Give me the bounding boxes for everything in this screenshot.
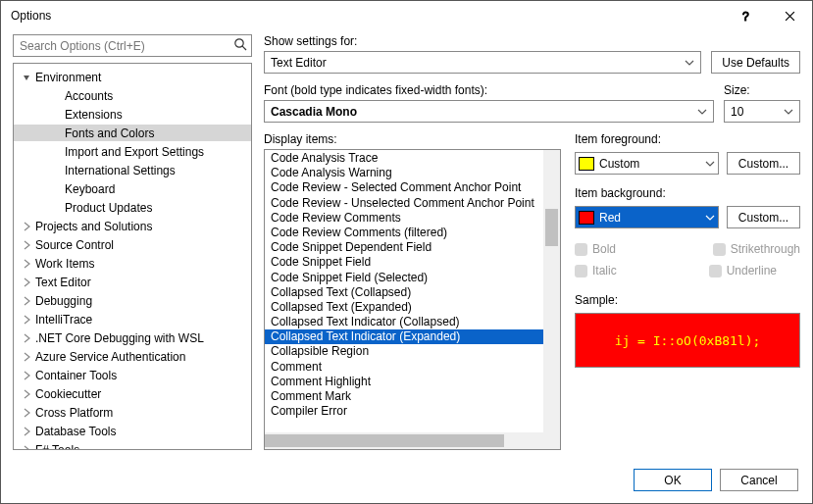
display-item[interactable]: Compiler Error bbox=[265, 404, 560, 419]
expand-closed-icon[interactable] bbox=[20, 333, 33, 343]
item-bg-value: Red bbox=[599, 211, 700, 225]
expand-open-icon[interactable] bbox=[20, 73, 33, 82]
titlebar: Options ? bbox=[1, 1, 812, 30]
show-settings-combo[interactable]: Text Editor bbox=[264, 51, 701, 74]
display-item[interactable]: Collapsible Region bbox=[265, 344, 560, 359]
expand-closed-icon[interactable] bbox=[20, 445, 33, 451]
tree-item[interactable]: Accounts bbox=[14, 87, 251, 104]
expand-closed-icon[interactable] bbox=[20, 371, 33, 380]
display-item[interactable]: Collapsed Text (Expanded) bbox=[265, 300, 560, 315]
chevron-down-icon bbox=[705, 215, 715, 221]
display-item[interactable]: Collapsed Text Indicator (Collapsed) bbox=[265, 315, 560, 329]
expand-closed-icon[interactable] bbox=[20, 427, 33, 436]
tree-item-label: Keyboard bbox=[63, 182, 115, 196]
tree-item-label: Text Editor bbox=[33, 276, 91, 289]
expand-closed-icon[interactable] bbox=[20, 315, 33, 325]
item-fg-combo[interactable]: Custom bbox=[575, 152, 719, 175]
tree-item-label: Work Items bbox=[33, 257, 94, 271]
display-item[interactable]: Comment Mark bbox=[265, 389, 560, 404]
search-input-wrap[interactable] bbox=[13, 34, 252, 57]
display-item[interactable]: Collapsed Text Indicator (Expanded) bbox=[265, 329, 560, 344]
tree-item[interactable]: International Settings bbox=[14, 162, 251, 178]
tree-item[interactable]: Work Items bbox=[14, 255, 251, 272]
tree-item-label: Cross Platform bbox=[33, 406, 113, 420]
expand-closed-icon[interactable] bbox=[20, 389, 33, 399]
tree-item[interactable]: Database Tools bbox=[14, 423, 251, 439]
show-settings-label: Show settings for: bbox=[264, 34, 701, 48]
tree-item[interactable]: Text Editor bbox=[14, 274, 251, 290]
tree-item[interactable]: Environment bbox=[14, 69, 251, 85]
search-icon bbox=[233, 37, 247, 54]
tree-item-label: Container Tools bbox=[33, 369, 117, 382]
display-item[interactable]: Code Review Comments bbox=[265, 211, 560, 226]
expand-closed-icon[interactable] bbox=[20, 277, 33, 287]
item-bg-label: Item background: bbox=[575, 186, 800, 200]
display-item[interactable]: Code Snippet Field bbox=[265, 255, 560, 270]
tree-item-label: International Settings bbox=[63, 164, 176, 177]
category-tree[interactable]: EnvironmentAccountsExtensionsFonts and C… bbox=[13, 63, 252, 450]
close-button[interactable] bbox=[768, 1, 812, 30]
tree-item[interactable]: Cookiecutter bbox=[14, 385, 251, 402]
tree-item[interactable]: Azure Service Authentication bbox=[14, 348, 251, 365]
tree-item[interactable]: F# Tools bbox=[14, 441, 251, 450]
scrollbar-vertical[interactable] bbox=[543, 150, 560, 449]
display-items-list[interactable]: Code Analysis TraceCode Analysis Warning… bbox=[264, 149, 561, 450]
display-item[interactable]: Collapsed Text (Collapsed) bbox=[265, 285, 560, 300]
strike-checkbox: Strikethrough bbox=[713, 242, 800, 256]
tree-item[interactable]: Product Updates bbox=[14, 199, 251, 216]
tree-item[interactable]: Source Control bbox=[14, 236, 251, 253]
sample-text: ij = I::oO(0xB81l); bbox=[615, 333, 761, 348]
cancel-button[interactable]: Cancel bbox=[720, 469, 798, 491]
window-title: Options bbox=[11, 9, 724, 23]
tree-item[interactable]: Extensions bbox=[14, 106, 251, 123]
sample-preview: ij = I::oO(0xB81l); bbox=[575, 313, 800, 368]
tree-item-label: Debugging bbox=[33, 294, 92, 308]
search-input[interactable] bbox=[18, 38, 233, 54]
tree-item[interactable]: Cross Platform bbox=[14, 404, 251, 421]
tree-item[interactable]: Container Tools bbox=[14, 367, 251, 383]
display-item[interactable]: Comment bbox=[265, 360, 560, 375]
display-item[interactable]: Code Analysis Warning bbox=[265, 166, 560, 180]
italic-checkbox: Italic bbox=[575, 264, 617, 277]
size-label: Size: bbox=[724, 83, 800, 97]
sample-label: Sample: bbox=[575, 293, 800, 307]
size-combo[interactable]: 10 bbox=[724, 100, 800, 123]
font-value: Cascadia Mono bbox=[271, 105, 357, 119]
tree-item-label: IntelliTrace bbox=[33, 313, 92, 327]
expand-closed-icon[interactable] bbox=[20, 352, 33, 362]
bg-custom-button[interactable]: Custom... bbox=[727, 206, 800, 228]
expand-closed-icon[interactable] bbox=[20, 240, 33, 250]
tree-item[interactable]: Keyboard bbox=[14, 180, 251, 197]
display-item[interactable]: Code Analysis Trace bbox=[265, 151, 560, 166]
chevron-down-icon bbox=[784, 109, 793, 115]
display-item[interactable]: Code Review Comments (filtered) bbox=[265, 226, 560, 240]
font-combo[interactable]: Cascadia Mono bbox=[264, 100, 714, 123]
bold-checkbox: Bold bbox=[575, 242, 616, 256]
tree-item[interactable]: IntelliTrace bbox=[14, 311, 251, 328]
scrollbar-horizontal[interactable] bbox=[265, 432, 543, 449]
display-items-label: Display items: bbox=[264, 132, 561, 146]
item-fg-value: Custom bbox=[599, 157, 700, 171]
tree-item-label: Projects and Solutions bbox=[33, 220, 152, 233]
help-button[interactable]: ? bbox=[724, 1, 768, 30]
show-settings-value: Text Editor bbox=[271, 56, 327, 70]
tree-item[interactable]: Import and Export Settings bbox=[14, 143, 251, 160]
tree-item[interactable]: Debugging bbox=[14, 292, 251, 309]
display-item[interactable]: Comment Highlight bbox=[265, 375, 560, 389]
expand-closed-icon[interactable] bbox=[20, 296, 33, 306]
tree-item[interactable]: Fonts and Colors bbox=[14, 125, 251, 141]
use-defaults-button[interactable]: Use Defaults bbox=[711, 51, 800, 74]
expand-closed-icon[interactable] bbox=[20, 259, 33, 269]
expand-closed-icon[interactable] bbox=[20, 408, 33, 418]
display-item[interactable]: Code Review - Selected Comment Anchor Po… bbox=[265, 180, 560, 195]
tree-item[interactable]: Projects and Solutions bbox=[14, 218, 251, 234]
tree-item[interactable]: .NET Core Debugging with WSL bbox=[14, 329, 251, 346]
expand-closed-icon[interactable] bbox=[20, 222, 33, 231]
tree-item-label: Source Control bbox=[33, 238, 114, 252]
display-item[interactable]: Code Review - Unselected Comment Anchor … bbox=[265, 196, 560, 211]
item-bg-combo[interactable]: Red bbox=[575, 206, 719, 228]
fg-custom-button[interactable]: Custom... bbox=[727, 152, 800, 175]
ok-button[interactable]: OK bbox=[634, 469, 712, 491]
display-item[interactable]: Code Snippet Dependent Field bbox=[265, 240, 560, 255]
display-item[interactable]: Code Snippet Field (Selected) bbox=[265, 271, 560, 285]
